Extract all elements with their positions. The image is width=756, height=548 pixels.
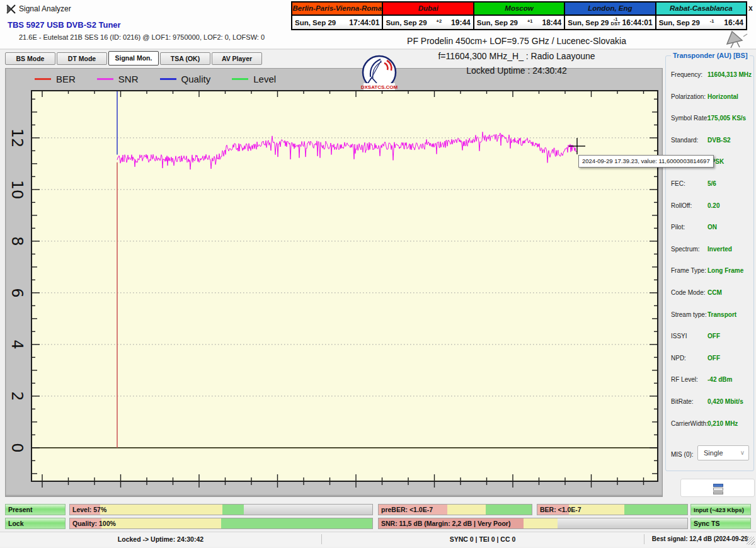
quality-zone-yellow bbox=[101, 518, 221, 528]
status-bar: Locked -> Uptime: 24:30:42 SYNC 0 | TEI … bbox=[0, 532, 756, 547]
stream-list-button[interactable] bbox=[680, 479, 755, 497]
tp-value-14: -42 dBm bbox=[707, 376, 732, 383]
clock-time-row: Sun, Sep 29+118:44 bbox=[474, 16, 564, 29]
legend-swatch bbox=[232, 78, 248, 80]
tab-signal-mon-[interactable]: Signal Mon. bbox=[108, 51, 159, 66]
status-uptime: Locked -> Uptime: 24:30:42 bbox=[0, 532, 321, 546]
legend-item-snr: SNR bbox=[97, 74, 139, 84]
tp-label-12: ISSYI bbox=[671, 333, 687, 340]
tp-value-8: Inverted bbox=[707, 246, 732, 253]
clock-0: Berlin-Paris-Vienna-RomaSun, Sep 2917:44… bbox=[291, 1, 383, 30]
plot-area[interactable] bbox=[31, 90, 658, 491]
resize-grip[interactable] bbox=[747, 537, 755, 545]
preber-label: preBER: <1.0E-7 bbox=[381, 505, 433, 515]
level-zone-green bbox=[222, 505, 244, 515]
legend-swatch bbox=[35, 78, 51, 80]
clock-city: Dubai bbox=[383, 3, 472, 16]
legend-item-level: Level bbox=[232, 74, 276, 84]
legend-item-quality: Quality bbox=[160, 74, 211, 84]
dxsatcs-logo: DXSATCS.COM bbox=[360, 54, 398, 93]
signal-analyzer-window: { "window": { "title": "Signal Analyzer"… bbox=[0, 0, 756, 548]
tab-tsa-ok-[interactable]: TSA (OK) bbox=[160, 52, 210, 65]
sync-ts-indicator: Sync TS bbox=[690, 518, 751, 529]
satellite-dish-icon bbox=[721, 30, 750, 49]
quality-label: Quality: 100% bbox=[72, 518, 116, 528]
ber-bar: BER: <1.0E-7 bbox=[537, 504, 688, 515]
clock-1: DubaiSun, Sep 29+219:44 bbox=[382, 1, 474, 30]
legend-item-ber: BER bbox=[35, 74, 76, 84]
quality-bar: Quality: 100% bbox=[69, 518, 373, 529]
tab-dt-mode[interactable]: DT Mode bbox=[57, 52, 107, 65]
signal-monitor-chart: BERSNRQualityLevel 024681012 bbox=[5, 68, 663, 497]
tp-value-12: OFF bbox=[707, 333, 720, 340]
window-title: Signal Analyzer bbox=[19, 4, 71, 13]
clock-time-row: Sun, Sep 29-1DST16:44:01 bbox=[565, 16, 655, 29]
tp-value-15: 0,420 Mbit/s bbox=[707, 398, 743, 405]
tp-label-10: Code Mode: bbox=[671, 289, 705, 296]
svg-text:DXSATCS.COM: DXSATCS.COM bbox=[361, 84, 398, 90]
close-icon[interactable]: x bbox=[748, 4, 753, 13]
tp-label-2: Symbol Rate: bbox=[671, 115, 709, 122]
chart-legend: BERSNRQualityLevel bbox=[35, 74, 276, 84]
ber-zone-green bbox=[624, 505, 687, 515]
clock-2: MoscowSun, Sep 29+118:44 bbox=[473, 1, 565, 30]
server-stack-icon bbox=[713, 484, 723, 492]
status-sync-counters: SYNC 0 | TEI 0 | CC 0 bbox=[321, 532, 644, 546]
input-rate-indicator: Input (~423 Kbps) bbox=[690, 504, 751, 515]
tp-value-3: DVB-S2 bbox=[707, 137, 731, 144]
tp-value-0: 11604,313 MHz bbox=[707, 71, 752, 78]
chevron-down-icon: ∨ bbox=[740, 446, 745, 460]
level-label: Level: 57% bbox=[72, 505, 106, 515]
level-bar: Level: 57% bbox=[69, 504, 373, 515]
tp-label-3: Standard: bbox=[671, 137, 698, 144]
snr-zone-yellow bbox=[524, 518, 558, 528]
tp-label-7: Pilot: bbox=[671, 224, 685, 231]
clock-city: Berlin-Paris-Vienna-Roma bbox=[292, 3, 382, 16]
snr-bar: SNR: 11,5 dB (Margin: 2,2 dB | Very Poor… bbox=[378, 518, 688, 529]
app-dish-icon bbox=[6, 4, 16, 14]
tab-bs-mode[interactable]: BS Mode bbox=[5, 52, 55, 65]
chart-svg bbox=[31, 90, 658, 491]
tp-value-11: Transport bbox=[707, 311, 736, 318]
legend-swatch bbox=[97, 78, 113, 80]
chart-tooltip: 2024-09-29 17.39.23, value: 11,600000381… bbox=[578, 155, 714, 168]
world-clocks: Berlin-Paris-Vienna-RomaSun, Sep 2917:44… bbox=[291, 1, 747, 30]
satellite-info: 21.6E - Eutelsat 21B SES 16 (ID: 0216) @… bbox=[19, 33, 265, 41]
tp-value-10: CCM bbox=[707, 289, 722, 296]
tp-label-16: CarrierWidth: bbox=[671, 420, 708, 427]
tp-label-13: NPD: bbox=[671, 355, 686, 362]
clock-3: London, EngSun, Sep 29-1DST16:44:01 bbox=[564, 1, 656, 30]
tp-value-16: 0,210 MHz bbox=[707, 420, 738, 427]
clock-4: Rabat-CasablancaSun, Sep 29-116:44 bbox=[655, 1, 747, 30]
status-divider bbox=[644, 534, 644, 544]
mis-select[interactable]: Single ∨ bbox=[697, 445, 749, 460]
clock-city: London, Eng bbox=[565, 3, 655, 16]
locked-uptime-line: Locked Uptime : 24:30:42 bbox=[353, 66, 680, 76]
clock-time-row: Sun, Sep 2917:44:01 bbox=[292, 16, 382, 29]
tp-label-6: RollOff: bbox=[671, 202, 692, 209]
level-zone-yellow bbox=[100, 505, 222, 515]
legend-swatch bbox=[160, 78, 176, 80]
present-indicator: Present bbox=[5, 504, 66, 515]
device-title: TBS 5927 USB DVB-S2 Tuner bbox=[8, 20, 121, 30]
tp-label-9: Frame Type: bbox=[671, 267, 706, 274]
antenna-info: PF Prodelin 450cm+ LOF=9.75 GHz / Lucene… bbox=[328, 36, 706, 46]
preber-bar: preBER: <1.0E-7 bbox=[378, 504, 532, 515]
tp-value-13: OFF bbox=[707, 355, 720, 362]
mis-selected-value: Single bbox=[704, 449, 723, 457]
ber-label: BER: <1.0E-7 bbox=[540, 505, 581, 515]
tp-value-6: 0.20 bbox=[707, 202, 719, 209]
tp-value-9: Long Frame bbox=[707, 267, 743, 274]
tp-label-15: BitRate: bbox=[671, 398, 694, 405]
tp-label-8: Spectrum: bbox=[671, 246, 700, 253]
tab-av-player[interactable]: AV Player bbox=[212, 52, 262, 65]
mis-label: MIS (0): bbox=[671, 451, 694, 458]
transponder-panel: Transponder (AU) [BS] Frequency:11604,31… bbox=[665, 55, 754, 471]
level-zone-empty bbox=[244, 505, 372, 515]
preber-zone-green bbox=[486, 505, 532, 515]
status-divider bbox=[321, 534, 322, 544]
lock-indicator: Lock bbox=[5, 518, 66, 529]
preber-zone-yellow bbox=[447, 505, 486, 515]
tp-value-1: Horizontal bbox=[707, 93, 738, 100]
tp-label-11: Stream type: bbox=[671, 311, 707, 318]
